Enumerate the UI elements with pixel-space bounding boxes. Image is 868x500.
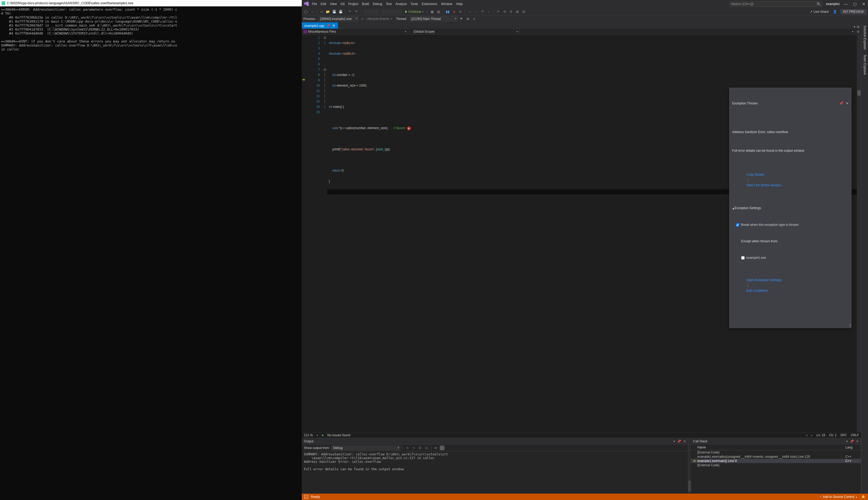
- tb-icon-2[interactable]: ▤: [436, 9, 441, 14]
- menu-extensions[interactable]: Extensions: [422, 2, 437, 6]
- restart-icon[interactable]: ↻: [458, 9, 463, 14]
- panel-splitter[interactable]: [688, 438, 691, 493]
- search-box[interactable]: Search (Ctrl+Q): [729, 1, 822, 7]
- menu-project[interactable]: Project: [348, 2, 358, 6]
- minimize-button[interactable]: —: [844, 2, 848, 6]
- menu-debug[interactable]: Debug: [373, 2, 382, 6]
- step-into-icon[interactable]: ↓: [474, 9, 479, 14]
- thread-combo[interactable]: [22260] Main Thread: [410, 16, 457, 21]
- except-item-checkbox[interactable]: example1.exe: [741, 255, 849, 260]
- tb-icon-b[interactable]: ⟲: [502, 9, 507, 14]
- console-titlebar[interactable]: C:\MSDN\cpp-docs-pr\docs\c-language\ASAN…: [0, 0, 302, 7]
- continue-button[interactable]: Continue ▾: [403, 10, 425, 13]
- copy-details-link[interactable]: Copy Details: [746, 173, 764, 177]
- menu-test[interactable]: Test: [386, 2, 392, 6]
- output-pin-icon[interactable]: 📌: [677, 440, 681, 443]
- nav-right-icon[interactable]: ▸: [811, 433, 813, 437]
- exception-close-icon[interactable]: ✕: [846, 101, 849, 106]
- callstack-close-icon[interactable]: ✕: [856, 440, 859, 443]
- output-tb-icon-4[interactable]: ⊡: [424, 445, 429, 450]
- output-tb-icon-3[interactable]: ⊟: [418, 445, 422, 450]
- tb-icon-c[interactable]: ⚲: [509, 9, 513, 14]
- source-control-button[interactable]: Add to Source Control: [823, 495, 854, 499]
- menu-window[interactable]: Window: [441, 2, 453, 6]
- step-out-icon[interactable]: ↑: [487, 9, 491, 14]
- callstack-dropdown-icon[interactable]: ▾: [846, 440, 848, 443]
- issues-text[interactable]: No issues found: [327, 433, 350, 437]
- pause-icon[interactable]: ▮▮: [445, 9, 450, 14]
- notifications-icon[interactable]: 🔔: [861, 495, 865, 499]
- zoom-level[interactable]: 111 %: [304, 433, 313, 437]
- callstack-body[interactable]: [External Code] example1.exe!calloc(unsi…: [691, 450, 861, 493]
- output-body[interactable]: SUMMARY: AddressSanitizer: calloc-overfl…: [302, 451, 688, 493]
- menu-tools[interactable]: Tools: [411, 2, 418, 6]
- code-area[interactable]: #include <stdio.h> #include <stdlib.h> i…: [327, 35, 857, 432]
- output-tb-icon-6[interactable]: ⊞: [440, 445, 445, 450]
- vs-titlebar[interactable]: File Edit View Git Project Build Debug T…: [302, 0, 868, 8]
- exception-pin-icon[interactable]: 📌: [839, 101, 843, 106]
- team-explorer-tab[interactable]: Team Explorer: [862, 52, 867, 77]
- pin-icon[interactable]: 📌: [326, 24, 330, 27]
- output-tb-icon-5[interactable]: ≣: [433, 445, 438, 450]
- menu-help[interactable]: Help: [456, 2, 463, 6]
- liveshare-button[interactable]: ↗ Live Share: [808, 10, 831, 13]
- stop-icon[interactable]: ■: [452, 9, 456, 14]
- save-all-icon[interactable]: 💾: [338, 9, 343, 14]
- resize-grip-icon[interactable]: ◢: [849, 322, 851, 327]
- menu-file[interactable]: File: [312, 2, 317, 6]
- maximize-button[interactable]: ▢: [853, 2, 857, 6]
- scroll-thumb[interactable]: [857, 90, 860, 96]
- error-marker-icon[interactable]: [407, 126, 411, 130]
- menu-git[interactable]: Git: [341, 2, 345, 6]
- tab-example1[interactable]: example1.cpp 📌 ✕: [302, 22, 338, 29]
- exception-settings-header[interactable]: Exception Settings: [732, 205, 849, 211]
- tb-icon-d[interactable]: ⊞: [515, 9, 520, 14]
- tab-close-icon[interactable]: ✕: [332, 24, 335, 27]
- callstack-col-name[interactable]: Name: [697, 445, 845, 449]
- tab-overflow-icon[interactable]: ⊞: [857, 25, 859, 29]
- tb-icon-1[interactable]: ▦: [430, 9, 434, 14]
- console-output[interactable]: ==38840==ERROR: AddressSanitizer: calloc…: [0, 7, 302, 52]
- menu-view[interactable]: View: [330, 2, 337, 6]
- new-project-icon[interactable]: ▭: [319, 9, 324, 14]
- breakpoint-margin[interactable]: ➮: [302, 35, 307, 432]
- tb-icon-a[interactable]: ↶: [496, 9, 501, 14]
- nav-fwd-icon[interactable]: →: [310, 9, 314, 14]
- char-info[interactable]: Ch: 1: [829, 433, 837, 437]
- line-info[interactable]: Ln: 15: [816, 433, 825, 437]
- output-source-combo[interactable]: Debug: [331, 445, 400, 450]
- code-editor[interactable]: ➮ 1 2 3 4 5 6 7 8 9 10 11 12 13 14: [302, 35, 861, 432]
- menu-analyze[interactable]: Analyze: [396, 2, 407, 6]
- lifecycle-icon[interactable]: ▭: [360, 16, 365, 21]
- platform-combo[interactable]: [381, 9, 402, 14]
- callstack-row[interactable]: [External Code]: [691, 463, 861, 467]
- thread-flag-icon[interactable]: ⚑: [459, 16, 464, 21]
- save-icon[interactable]: 💾: [332, 9, 336, 14]
- callstack-pin-icon[interactable]: 📌: [850, 440, 854, 443]
- undo-icon[interactable]: ↶: [347, 9, 352, 14]
- menu-build[interactable]: Build: [362, 2, 369, 6]
- output-dropdown-icon[interactable]: ▾: [674, 440, 675, 443]
- editor-scrollbar[interactable]: [857, 35, 861, 432]
- tab-dropdown-icon[interactable]: ▾: [854, 25, 855, 29]
- split-editor-icon[interactable]: ⊞: [855, 29, 861, 34]
- callstack-row-active[interactable]: ➮ example1.exe!main() Line 9 C++: [691, 459, 861, 463]
- line-endings[interactable]: CRLF: [851, 433, 859, 437]
- nav-project-combo[interactable]: Miscellaneous Files: [302, 29, 408, 34]
- break-on-exception-checkbox[interactable]: Break when this exception type is thrown: [736, 222, 849, 227]
- whitespace-mode[interactable]: SPC: [841, 433, 847, 437]
- callstack-col-lang[interactable]: Lang: [845, 445, 859, 449]
- nav-back-icon[interactable]: ◯: [303, 9, 308, 14]
- step-next-icon[interactable]: →: [467, 9, 472, 14]
- output-tb-icon-1[interactable]: ≡: [405, 445, 410, 450]
- edit-conditions-link[interactable]: Edit Conditions: [746, 289, 768, 293]
- redo-icon[interactable]: ↷: [354, 9, 359, 14]
- process-combo[interactable]: [38840] example1.exe: [319, 16, 358, 21]
- nav-left-icon[interactable]: ◂: [806, 433, 808, 437]
- splitter-grip-icon[interactable]: [688, 481, 691, 491]
- lifecycle-label[interactable]: Lifecycle Events: [366, 17, 389, 21]
- feedback-icon[interactable]: 👤: [832, 9, 837, 14]
- tb-icon-e[interactable]: ⊟: [521, 9, 526, 14]
- callstack-row[interactable]: [External Code]: [691, 450, 861, 455]
- output-close-icon[interactable]: ✕: [683, 440, 686, 443]
